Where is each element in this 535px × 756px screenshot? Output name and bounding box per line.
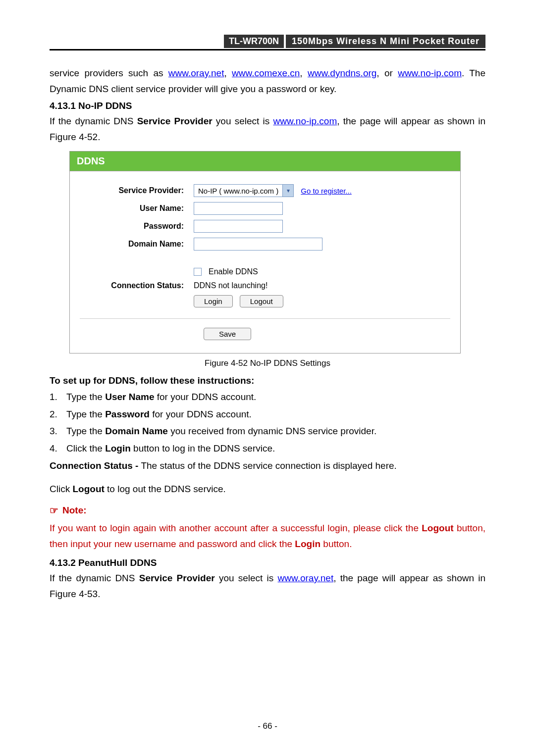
label-username: User Name:	[80, 204, 194, 213]
section-heading-peanuthull: 4.13.2 PeanutHull DDNS	[50, 557, 485, 568]
chevron-down-icon: ▾	[282, 185, 293, 197]
enable-ddns-checkbox[interactable]	[194, 268, 202, 276]
domain-input[interactable]	[194, 238, 322, 251]
link-dyndns[interactable]: www.dyndns.org	[308, 68, 376, 78]
list-item: 1.Type the User Name for your DDNS accou…	[50, 390, 485, 404]
go-to-register-link[interactable]: Go to register...	[301, 187, 352, 195]
label-password: Password:	[80, 222, 194, 231]
label-connection-status: Connection Status:	[80, 281, 194, 290]
label-domain: Domain Name:	[80, 240, 194, 249]
logout-desc: Click Logout to log out the DDNS service…	[50, 482, 485, 497]
section2-paragraph: If the dynamic DNS Service Provider you …	[50, 570, 485, 603]
note-body: If you want to login again with another …	[50, 520, 485, 553]
page-header: TL-WR700N 150Mbps Wireless N Mini Pocket…	[50, 35, 485, 50]
instructions-list: 1.Type the User Name for your DDNS accou…	[50, 390, 485, 455]
connection-status-text: DDNS not launching!	[194, 281, 268, 290]
label-service-provider: Service Provider:	[80, 186, 194, 195]
ddns-panel-title: DDNS	[70, 151, 460, 171]
enable-ddns-label: Enable DDNS	[209, 267, 258, 276]
logout-button[interactable]: Logout	[240, 295, 283, 307]
link-comexe[interactable]: www.comexe.cn	[232, 68, 300, 78]
section-heading-noip: 4.13.1 No-IP DDNS	[50, 101, 485, 111]
note-heading: ☞ Note:	[50, 504, 485, 516]
page-number: - 66 -	[0, 721, 535, 731]
password-input[interactable]	[194, 220, 283, 233]
list-item: 4.Click the Login button to log in the D…	[50, 442, 485, 456]
login-button[interactable]: Login	[194, 295, 233, 307]
header-title: 150Mbps Wireless N Mini Pocket Router	[286, 35, 485, 48]
figure-caption: Figure 4-52 No-IP DDNS Settings	[50, 358, 485, 368]
link-oray-2[interactable]: www.oray.net	[278, 573, 334, 583]
list-item: 2.Type the Password for your DDNS accoun…	[50, 407, 485, 422]
figure-ddns: DDNS Service Provider: No-IP ( www.no-ip…	[69, 151, 461, 353]
pointer-icon: ☞	[50, 504, 58, 516]
intro-paragraph: service providers such as www.oray.net, …	[50, 65, 485, 98]
link-noip-2[interactable]: www.no-ip.com	[273, 116, 337, 126]
link-noip[interactable]: www.no-ip.com	[398, 68, 462, 78]
section1-paragraph: If the dynamic DNS Service Provider you …	[50, 113, 485, 146]
connection-status-desc: Connection Status - The status of the DD…	[50, 458, 485, 473]
username-input[interactable]	[194, 202, 283, 215]
service-provider-select[interactable]: No-IP ( www.no-ip.com ) ▾	[194, 184, 294, 197]
instructions-heading: To set up for DDNS, follow these instruc…	[50, 375, 485, 386]
link-oray[interactable]: www.oray.net	[168, 68, 224, 78]
header-model: TL-WR700N	[224, 35, 284, 48]
save-button[interactable]: Save	[204, 328, 251, 340]
list-item: 3.Type the Domain Name you received from…	[50, 424, 485, 439]
